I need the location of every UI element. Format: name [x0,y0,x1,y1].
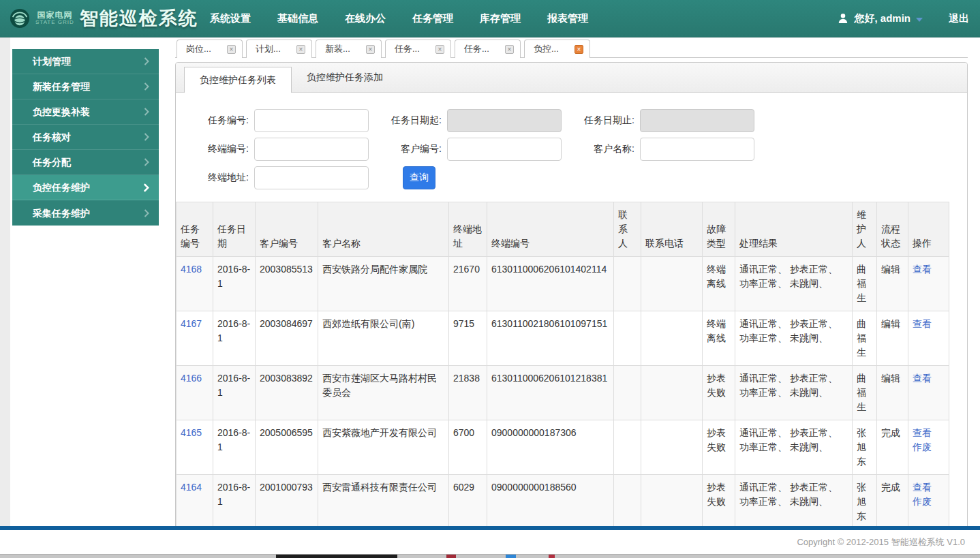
close-icon[interactable]: × [575,45,583,54]
chevron-right-icon [144,209,149,217]
sidebar-item-task-assign[interactable]: 任务分配 [12,150,159,175]
subtab-task-list[interactable]: 负控维护任务列表 [184,67,292,93]
chevron-right-icon [144,82,149,91]
view-link[interactable]: 查看 [913,371,945,386]
col-header-task-date: 任务日期 [213,202,256,257]
chevron-right-icon [144,158,149,166]
user-greeting[interactable]: 您好, admin [854,12,910,25]
task-id-link[interactable]: 4168 [181,262,202,277]
task-id-input[interactable] [254,109,369,132]
nav-item-inventory-management[interactable]: 库存管理 [474,8,526,29]
taskbar-dark-segment [276,555,397,558]
field-terminal-addr: 终端地址: [176,166,369,189]
view-link[interactable]: 查看 [913,262,945,277]
subtab-task-add[interactable]: 负控维护任务添加 [292,63,398,92]
nav-item-report-management[interactable]: 报表管理 [542,8,594,29]
sidebar-item-plan-management[interactable]: 计划管理 [12,49,159,74]
sidebar-item-new-install-task[interactable]: 新装任务管理 [12,74,159,99]
user-area: 您好, admin 退出 [838,12,980,25]
date-from-input[interactable] [447,109,562,132]
content-panel: 负控维护任务列表 负控维护任务添加 任务编号: 任务日期起: 任务日期止: [175,62,968,526]
sidebar-item-task-check[interactable]: 任务核对 [12,125,159,150]
brand: 国家电网 STATE GRID 智能巡检系统 [0,6,204,31]
nav-item-system-settings[interactable]: 系统设置 [204,8,256,29]
nav-item-basic-info[interactable]: 基础信息 [272,8,324,29]
customer-id-input[interactable] [447,138,562,161]
logout-button[interactable]: 退出 [949,12,969,25]
query-form: 任务编号: 任务日期起: 任务日期止: 终端编号: [176,93,967,202]
chevron-right-icon [143,183,149,192]
col-header-phone: 联系电话 [641,202,703,257]
sidebar-item-loadctrl-task-maintenance[interactable]: 负控任务维护 [12,175,159,200]
caret-down-icon[interactable] [916,18,923,22]
copyright-text: Copyright © 2012-2015 智能巡检系统 V1.0 [797,537,965,547]
task-id-link[interactable]: 4164 [181,480,202,495]
user-icon [838,13,848,24]
app-header: 国家电网 STATE GRID 智能巡检系统 系统设置 基础信息 在线办公 任务… [0,0,980,37]
tab-renwu-1[interactable]: 任务... × [385,40,451,58]
void-link[interactable]: 作废 [913,495,945,509]
view-link[interactable]: 查看 [913,426,945,440]
col-header-maintainer: 维护人 [853,202,877,257]
top-nav: 系统设置 基础信息 在线办公 任务管理 库存管理 报表管理 [204,8,838,29]
table-row: 4166 2016-8-1 2003083892 西安市莲湖区大马路村村民委员会… [177,366,949,420]
col-header-contact: 联系人 [614,202,641,257]
customer-name-input[interactable] [640,138,754,161]
sidebar-item-loadctrl-replace[interactable]: 负控更换补装 [12,99,159,125]
tab-renwu-2[interactable]: 任务... × [455,40,521,58]
col-header-terminal-id: 终端编号 [487,202,614,257]
col-header-terminal-addr: 终端地址 [449,202,487,257]
app-title: 智能巡检系统 [80,6,198,31]
terminal-id-input[interactable] [254,138,369,161]
task-id-link[interactable]: 4166 [181,371,202,386]
sidebar: 计划管理 新装任务管理 负控更换补装 任务核对 任务分配 负控任务维护 [12,49,159,226]
table-row: 4164 2016-8-1 2001000793 西安雷通科技有限责任公司 60… [177,475,949,527]
sidebar-column: 计划管理 新装任务管理 负控更换补装 任务核对 任务分配 负控任务维护 [10,37,159,526]
sidebar-item-label: 新装任务管理 [33,74,90,99]
col-header-status: 流程状态 [877,202,908,257]
tab-fukong-active[interactable]: 负控... × [524,40,590,58]
table-row: 4167 2016-8-1 2003084697 西郊造纸有限公司(南) 971… [177,311,949,366]
chevron-right-icon [144,57,149,65]
void-link[interactable]: 作废 [913,440,945,454]
view-link[interactable]: 查看 [913,480,945,495]
task-id-link[interactable]: 4167 [181,317,202,331]
date-to-input[interactable] [640,109,754,132]
view-link[interactable]: 查看 [913,317,945,331]
chevron-right-icon [144,108,149,116]
tab-gangwei[interactable]: 岗位... × [177,40,243,58]
results-table: 任务编号 任务日期 客户编号 客户名称 终端地址 终端编号 联系人 联系电话 故… [176,202,949,526]
search-button[interactable]: 查询 [403,166,435,189]
close-icon[interactable]: × [366,45,375,54]
nav-item-online-office[interactable]: 在线办公 [339,8,391,29]
content-area: 岗位... × 计划... × 新装... × 任务... × 任务... × … [175,37,968,526]
field-customer-name: 客户名称: [562,138,754,161]
field-terminal-id: 终端编号: [176,138,369,161]
sidebar-item-collect-task-maintenance[interactable]: 采集任务维护 [12,200,159,226]
close-icon[interactable]: × [435,45,444,54]
close-icon[interactable]: × [296,45,305,54]
taskbar-red-segment [446,555,456,558]
close-icon[interactable]: × [227,45,236,54]
terminal-addr-input[interactable] [254,166,369,189]
task-id-link[interactable]: 4165 [181,426,202,440]
app-footer: Copyright © 2012-2015 智能巡检系统 V1.0 [0,530,980,554]
form-row-1: 任务编号: 任务日期起: 任务日期止: [176,109,967,132]
form-row-2: 终端编号: 客户编号: 客户名称: [176,138,967,161]
nav-item-task-management[interactable]: 任务管理 [407,8,459,29]
org-name-en: STATE GRID [35,20,74,26]
sidebar-item-label: 采集任务维护 [33,201,90,226]
field-customer-id: 客户编号: [369,138,562,161]
left-gutter [0,37,10,526]
tab-jihua[interactable]: 计划... × [246,40,312,58]
col-header-fault-type: 故障类型 [703,202,735,257]
main-area: 计划管理 新装任务管理 负控更换补装 任务核对 任务分配 负控任务维护 [0,37,980,526]
org-name: 国家电网 STATE GRID [35,11,74,26]
tab-xinzhuang[interactable]: 新装... × [316,40,382,58]
taskbar-red-segment [549,555,555,558]
close-icon[interactable]: × [505,45,514,54]
col-header-result: 处理结果 [735,202,853,257]
field-task-id: 任务编号: [176,109,369,132]
field-date-to: 任务日期止: [562,109,754,132]
sidebar-item-label: 计划管理 [33,49,71,74]
